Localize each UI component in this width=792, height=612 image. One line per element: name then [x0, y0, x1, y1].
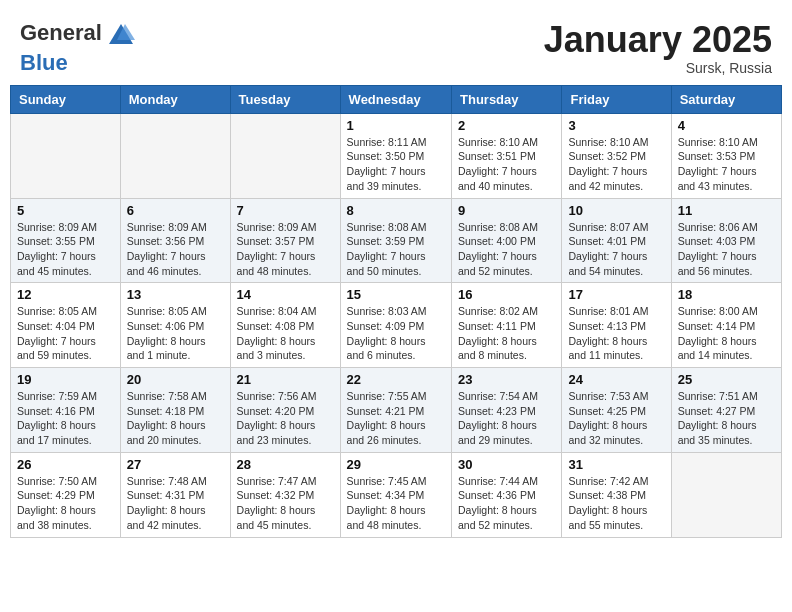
table-row: 26Sunrise: 7:50 AMSunset: 4:29 PMDayligh… [11, 452, 121, 537]
table-row: 19Sunrise: 7:59 AMSunset: 4:16 PMDayligh… [11, 368, 121, 453]
day-info: Sunrise: 7:59 AMSunset: 4:16 PMDaylight:… [17, 389, 114, 448]
day-number: 18 [678, 287, 775, 302]
day-info: Sunrise: 7:56 AMSunset: 4:20 PMDaylight:… [237, 389, 334, 448]
day-number: 23 [458, 372, 555, 387]
table-row: 8Sunrise: 8:08 AMSunset: 3:59 PMDaylight… [340, 198, 451, 283]
table-row: 2Sunrise: 8:10 AMSunset: 3:51 PMDaylight… [452, 113, 562, 198]
day-info: Sunrise: 7:54 AMSunset: 4:23 PMDaylight:… [458, 389, 555, 448]
header-friday: Friday [562, 85, 671, 113]
day-info: Sunrise: 7:44 AMSunset: 4:36 PMDaylight:… [458, 474, 555, 533]
table-row: 31Sunrise: 7:42 AMSunset: 4:38 PMDayligh… [562, 452, 671, 537]
table-row: 3Sunrise: 8:10 AMSunset: 3:52 PMDaylight… [562, 113, 671, 198]
table-row: 10Sunrise: 8:07 AMSunset: 4:01 PMDayligh… [562, 198, 671, 283]
table-row: 30Sunrise: 7:44 AMSunset: 4:36 PMDayligh… [452, 452, 562, 537]
calendar-week-row: 5Sunrise: 8:09 AMSunset: 3:55 PMDaylight… [11, 198, 782, 283]
day-info: Sunrise: 8:06 AMSunset: 4:03 PMDaylight:… [678, 220, 775, 279]
day-number: 11 [678, 203, 775, 218]
day-number: 9 [458, 203, 555, 218]
day-info: Sunrise: 8:00 AMSunset: 4:14 PMDaylight:… [678, 304, 775, 363]
day-number: 20 [127, 372, 224, 387]
day-number: 24 [568, 372, 664, 387]
day-number: 15 [347, 287, 445, 302]
table-row: 22Sunrise: 7:55 AMSunset: 4:21 PMDayligh… [340, 368, 451, 453]
logo-icon [107, 22, 135, 50]
day-info: Sunrise: 7:55 AMSunset: 4:21 PMDaylight:… [347, 389, 445, 448]
table-row [11, 113, 121, 198]
day-number: 29 [347, 457, 445, 472]
table-row: 29Sunrise: 7:45 AMSunset: 4:34 PMDayligh… [340, 452, 451, 537]
calendar-location: Sursk, Russia [544, 60, 772, 76]
calendar-table: Sunday Monday Tuesday Wednesday Thursday… [10, 85, 782, 538]
table-row: 16Sunrise: 8:02 AMSunset: 4:11 PMDayligh… [452, 283, 562, 368]
table-row: 25Sunrise: 7:51 AMSunset: 4:27 PMDayligh… [671, 368, 781, 453]
day-number: 1 [347, 118, 445, 133]
table-row: 28Sunrise: 7:47 AMSunset: 4:32 PMDayligh… [230, 452, 340, 537]
day-number: 27 [127, 457, 224, 472]
day-number: 26 [17, 457, 114, 472]
header-thursday: Thursday [452, 85, 562, 113]
day-number: 30 [458, 457, 555, 472]
day-number: 22 [347, 372, 445, 387]
table-row: 18Sunrise: 8:00 AMSunset: 4:14 PMDayligh… [671, 283, 781, 368]
day-info: Sunrise: 8:09 AMSunset: 3:56 PMDaylight:… [127, 220, 224, 279]
day-info: Sunrise: 8:09 AMSunset: 3:57 PMDaylight:… [237, 220, 334, 279]
table-row: 6Sunrise: 8:09 AMSunset: 3:56 PMDaylight… [120, 198, 230, 283]
table-row: 4Sunrise: 8:10 AMSunset: 3:53 PMDaylight… [671, 113, 781, 198]
page-header: General Blue January 2025 Sursk, Russia [10, 10, 782, 81]
table-row: 17Sunrise: 8:01 AMSunset: 4:13 PMDayligh… [562, 283, 671, 368]
day-info: Sunrise: 7:50 AMSunset: 4:29 PMDaylight:… [17, 474, 114, 533]
day-number: 31 [568, 457, 664, 472]
day-info: Sunrise: 7:48 AMSunset: 4:31 PMDaylight:… [127, 474, 224, 533]
day-info: Sunrise: 8:05 AMSunset: 4:06 PMDaylight:… [127, 304, 224, 363]
table-row: 24Sunrise: 7:53 AMSunset: 4:25 PMDayligh… [562, 368, 671, 453]
table-row [671, 452, 781, 537]
header-tuesday: Tuesday [230, 85, 340, 113]
day-info: Sunrise: 8:02 AMSunset: 4:11 PMDaylight:… [458, 304, 555, 363]
day-number: 28 [237, 457, 334, 472]
day-number: 6 [127, 203, 224, 218]
day-number: 25 [678, 372, 775, 387]
day-info: Sunrise: 8:03 AMSunset: 4:09 PMDaylight:… [347, 304, 445, 363]
day-info: Sunrise: 8:07 AMSunset: 4:01 PMDaylight:… [568, 220, 664, 279]
table-row [230, 113, 340, 198]
table-row: 5Sunrise: 8:09 AMSunset: 3:55 PMDaylight… [11, 198, 121, 283]
day-number: 17 [568, 287, 664, 302]
table-row: 13Sunrise: 8:05 AMSunset: 4:06 PMDayligh… [120, 283, 230, 368]
logo-text: General Blue [20, 20, 136, 76]
table-row: 7Sunrise: 8:09 AMSunset: 3:57 PMDaylight… [230, 198, 340, 283]
day-number: 5 [17, 203, 114, 218]
day-number: 8 [347, 203, 445, 218]
day-number: 7 [237, 203, 334, 218]
calendar-week-row: 26Sunrise: 7:50 AMSunset: 4:29 PMDayligh… [11, 452, 782, 537]
logo: General Blue [20, 20, 136, 76]
day-info: Sunrise: 8:10 AMSunset: 3:52 PMDaylight:… [568, 135, 664, 194]
table-row: 20Sunrise: 7:58 AMSunset: 4:18 PMDayligh… [120, 368, 230, 453]
day-info: Sunrise: 7:58 AMSunset: 4:18 PMDaylight:… [127, 389, 224, 448]
day-info: Sunrise: 7:42 AMSunset: 4:38 PMDaylight:… [568, 474, 664, 533]
day-info: Sunrise: 8:10 AMSunset: 3:51 PMDaylight:… [458, 135, 555, 194]
day-number: 13 [127, 287, 224, 302]
header-sunday: Sunday [11, 85, 121, 113]
table-row: 21Sunrise: 7:56 AMSunset: 4:20 PMDayligh… [230, 368, 340, 453]
logo-blue: Blue [20, 50, 68, 75]
header-wednesday: Wednesday [340, 85, 451, 113]
header-monday: Monday [120, 85, 230, 113]
calendar-week-row: 12Sunrise: 8:05 AMSunset: 4:04 PMDayligh… [11, 283, 782, 368]
day-info: Sunrise: 7:47 AMSunset: 4:32 PMDaylight:… [237, 474, 334, 533]
table-row: 27Sunrise: 7:48 AMSunset: 4:31 PMDayligh… [120, 452, 230, 537]
day-number: 16 [458, 287, 555, 302]
table-row [120, 113, 230, 198]
header-saturday: Saturday [671, 85, 781, 113]
table-row: 12Sunrise: 8:05 AMSunset: 4:04 PMDayligh… [11, 283, 121, 368]
day-info: Sunrise: 8:11 AMSunset: 3:50 PMDaylight:… [347, 135, 445, 194]
day-info: Sunrise: 8:10 AMSunset: 3:53 PMDaylight:… [678, 135, 775, 194]
calendar-week-row: 1Sunrise: 8:11 AMSunset: 3:50 PMDaylight… [11, 113, 782, 198]
day-info: Sunrise: 8:04 AMSunset: 4:08 PMDaylight:… [237, 304, 334, 363]
day-number: 10 [568, 203, 664, 218]
table-row: 14Sunrise: 8:04 AMSunset: 4:08 PMDayligh… [230, 283, 340, 368]
day-info: Sunrise: 7:45 AMSunset: 4:34 PMDaylight:… [347, 474, 445, 533]
day-number: 19 [17, 372, 114, 387]
day-number: 21 [237, 372, 334, 387]
table-row: 1Sunrise: 8:11 AMSunset: 3:50 PMDaylight… [340, 113, 451, 198]
day-info: Sunrise: 7:53 AMSunset: 4:25 PMDaylight:… [568, 389, 664, 448]
